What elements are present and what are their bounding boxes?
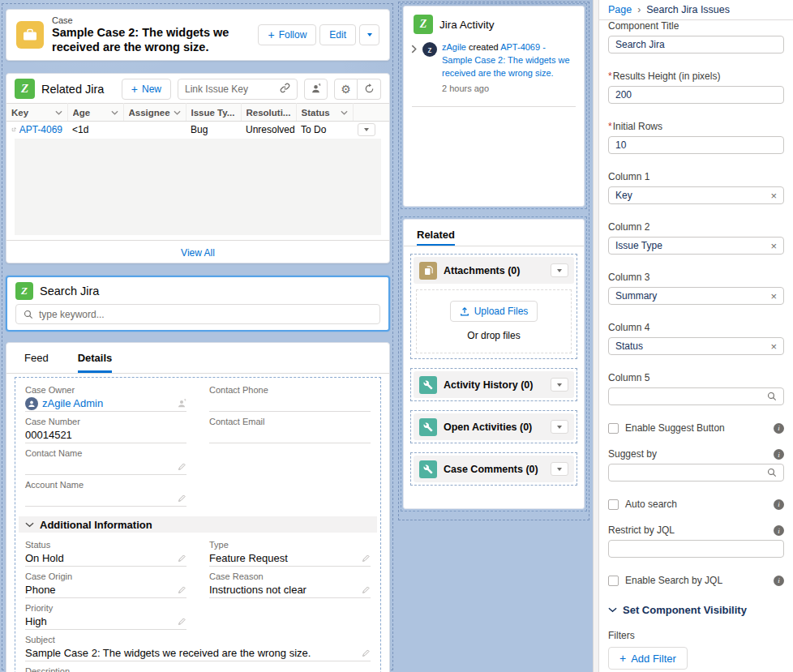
open-activities-header[interactable]: Open Activities (0) — [414, 413, 574, 440]
column-5-group: Column 5 — [608, 372, 784, 405]
edit-pencil-icon[interactable] — [178, 462, 186, 471]
field-status: Status On Hold — [25, 540, 186, 567]
open-activities-icon — [419, 418, 437, 436]
timestamp: 2 hours ago — [442, 83, 576, 96]
edit-pencil-icon[interactable] — [178, 554, 186, 563]
field-contact-phone: Contact Phone — [209, 385, 371, 412]
gear-icon: ⚙ — [341, 83, 351, 95]
enable-search-jql-checkbox[interactable] — [608, 576, 619, 586]
chevron-down-icon — [367, 33, 372, 36]
more-actions-button[interactable] — [359, 24, 379, 45]
column-header-assignee[interactable]: Assignee — [123, 104, 186, 122]
restrict-jql-group: Restrict by JQL i — [608, 524, 784, 558]
clear-icon[interactable]: × — [770, 291, 777, 302]
component-title-input[interactable]: Search Jira — [608, 36, 784, 54]
enable-suggest-checkbox[interactable] — [608, 423, 619, 434]
suggest-by-input[interactable] — [608, 464, 784, 482]
activity-item: z zAgile created APT-4069 - Sample Case … — [404, 41, 584, 96]
case-owner-link[interactable]: zAgile Admin — [42, 397, 173, 409]
open-activities-outline: Open Activities (0) — [410, 410, 577, 443]
open-activities-actions-button[interactable] — [551, 420, 568, 434]
link-issue-key-input[interactable]: Link Issue Key — [178, 79, 298, 100]
column-header-issue-type[interactable]: Issue Ty... — [186, 104, 241, 122]
canvas-scroll-gutter[interactable] — [593, 0, 598, 672]
required-asterisk: * — [608, 121, 612, 133]
edit-pencil-icon[interactable] — [362, 648, 371, 657]
initial-rows-input[interactable]: 10 — [608, 136, 784, 154]
change-owner-icon[interactable] — [177, 399, 186, 409]
jira-activity-title: Jira Activity — [439, 19, 495, 31]
initial-rows-label: Initial Rows — [613, 121, 662, 133]
restrict-jql-input[interactable] — [608, 540, 784, 558]
info-icon[interactable]: i — [774, 449, 784, 460]
attachments-actions-button[interactable] — [551, 263, 568, 277]
keyword-search-input[interactable]: type keyword... — [15, 304, 380, 324]
activity-history-actions-button[interactable] — [551, 378, 568, 392]
avatar — [25, 397, 38, 410]
clear-icon[interactable]: × — [770, 241, 777, 251]
field-priority: Priority High — [25, 603, 186, 630]
plus-icon: + — [131, 83, 138, 95]
results-height-input[interactable]: 200 — [608, 86, 784, 104]
actor-link[interactable]: zAgile — [442, 42, 466, 52]
edit-pencil-icon[interactable] — [178, 494, 186, 503]
chevron-right-icon[interactable] — [410, 45, 418, 54]
row-actions-button[interactable] — [358, 123, 375, 136]
issue-key-link[interactable]: APT-4069 — [19, 124, 62, 135]
info-icon[interactable]: i — [774, 499, 784, 510]
upload-files-button[interactable]: Upload Files — [450, 301, 538, 322]
initial-rows-group: *Initial Rows 10 — [608, 121, 784, 154]
edit-button[interactable]: Edit — [319, 24, 356, 45]
action-text: created — [469, 42, 499, 52]
settings-button[interactable]: ⚙ — [334, 79, 358, 100]
tab-related[interactable]: Related — [417, 229, 455, 246]
drop-files-label: Or drop files — [417, 330, 571, 341]
add-filter-button[interactable]: + Add Filter — [608, 647, 688, 670]
external-link-icon — [11, 126, 16, 134]
edit-pencil-icon[interactable] — [362, 554, 371, 563]
link-issue-key-placeholder: Link Issue Key — [185, 83, 275, 95]
column-header-resolution[interactable]: Resoluti... — [241, 104, 296, 122]
middle-region: Z Jira Activity z zAgile created APT-406… — [401, 3, 587, 519]
column-4-input[interactable]: Status× — [608, 337, 784, 355]
edit-pencil-icon[interactable] — [178, 585, 186, 594]
set-component-visibility-header[interactable]: Set Component Visibility — [608, 604, 784, 616]
attachments-outline: Attachments (0) Upload Files Or drop fil… — [410, 254, 577, 359]
field-contact-email: Contact Email — [209, 417, 371, 443]
cell-age: <1d — [67, 122, 123, 139]
column-header-age[interactable]: Age — [67, 104, 123, 122]
view-all-link[interactable]: View All — [6, 240, 389, 264]
file-dropzone[interactable]: Upload Files Or drop files — [416, 289, 572, 353]
case-comments-actions-button[interactable] — [551, 462, 568, 476]
attachments-header[interactable]: Attachments (0) — [414, 257, 574, 284]
info-icon[interactable]: i — [774, 423, 784, 434]
section-additional-information[interactable]: Additional Information — [19, 516, 377, 533]
search-icon — [767, 468, 777, 477]
breadcrumb-page-link[interactable]: Page — [608, 4, 632, 15]
activity-history-header[interactable]: Activity History (0) — [414, 371, 574, 398]
search-jira-panel-selected[interactable]: Z Search Jira type keyword... — [6, 276, 390, 332]
column-1-input[interactable]: Key× — [608, 186, 784, 204]
refresh-button[interactable] — [358, 79, 381, 100]
follow-button[interactable]: + Follow — [258, 24, 316, 45]
edit-pencil-icon[interactable] — [178, 617, 186, 626]
auto-search-checkbox[interactable] — [608, 499, 619, 510]
assign-user-button[interactable] — [304, 79, 328, 100]
column-2-input[interactable]: Issue Type× — [608, 237, 784, 255]
tab-feed[interactable]: Feed — [24, 343, 49, 373]
column-header-status[interactable]: Status — [296, 104, 353, 122]
edit-pencil-icon[interactable] — [362, 585, 371, 594]
clear-icon[interactable]: × — [770, 190, 777, 201]
case-comments-header[interactable]: Case Comments (0) — [414, 456, 574, 482]
column-header-key[interactable]: Key — [6, 104, 67, 122]
column-3-label: Column 3 — [608, 272, 784, 284]
tab-details[interactable]: Details — [78, 343, 113, 373]
clear-icon[interactable]: × — [770, 341, 777, 352]
results-height-label: Results Height (in pixels) — [613, 71, 721, 83]
related-lists-outline: Related Attachments (0) — [401, 216, 587, 511]
info-icon[interactable]: i — [774, 525, 784, 536]
info-icon[interactable]: i — [774, 576, 784, 586]
column-3-input[interactable]: Summary× — [608, 287, 784, 305]
new-issue-button[interactable]: + New — [122, 79, 171, 100]
column-5-input[interactable] — [608, 387, 784, 405]
